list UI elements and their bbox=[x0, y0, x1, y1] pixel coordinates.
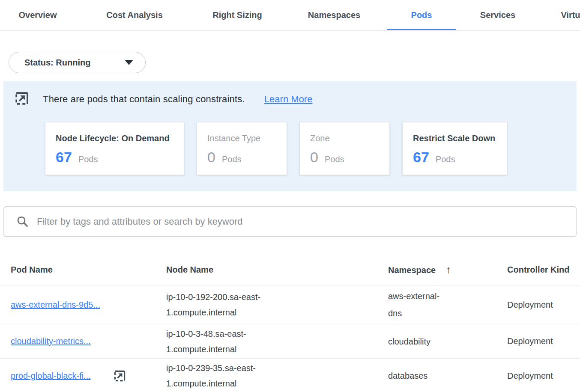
namespace-cell: databases bbox=[388, 367, 450, 384]
tab-virtual[interactable]: Virtu bbox=[540, 0, 580, 30]
node-name-cell: ip-10-0-3-48.sa-east-1.compute.internal bbox=[166, 326, 282, 357]
table-row: aws-external-dns-9d5... ip-10-0-192-200.… bbox=[0, 285, 580, 324]
card-restrict-scale-down[interactable]: Restrict Scale Down 67 Pods bbox=[402, 122, 507, 175]
tab-right-sizing[interactable]: Right Sizing bbox=[194, 0, 281, 30]
banner-message: There are pods that contain scaling cons… bbox=[43, 94, 245, 105]
pod-name-link[interactable]: cloudability-metrics... bbox=[11, 336, 91, 346]
scale-out-icon bbox=[14, 91, 30, 108]
filter-search-bar bbox=[3, 206, 577, 237]
sort-ascending-icon[interactable]: ↑ bbox=[446, 264, 451, 275]
namespace-cell: cloudability bbox=[388, 333, 450, 350]
card-unit: Pods bbox=[78, 154, 98, 164]
column-header-controller-kind[interactable]: Controller Kind bbox=[507, 265, 580, 275]
table-header-row: Pod Name Node Name Namespace↑ Controller… bbox=[0, 254, 580, 285]
learn-more-link[interactable]: Learn More bbox=[264, 94, 313, 105]
filter-row: Status: Running bbox=[0, 31, 580, 73]
table-row: cloudability-metrics... ip-10-0-3-48.sa-… bbox=[0, 324, 580, 359]
card-unit: Pods bbox=[325, 154, 344, 164]
tab-services[interactable]: Services bbox=[456, 0, 540, 30]
card-title: Instance Type bbox=[207, 134, 275, 143]
pod-name-link[interactable]: prod-global-black-fi... bbox=[11, 371, 91, 381]
node-name-cell: ip-10-0-192-200.sa-east-1.compute.intern… bbox=[166, 289, 282, 320]
chevron-down-icon bbox=[125, 60, 133, 65]
node-name-cell: ip-10-0-239-35.sa-east-1.compute.interna… bbox=[166, 360, 282, 391]
scale-out-icon bbox=[113, 369, 126, 383]
card-node-lifecycle[interactable]: Node Lifecycle: On Demand 67 Pods bbox=[45, 122, 184, 175]
card-unit: Pods bbox=[222, 154, 242, 164]
card-title: Node Lifecycle: On Demand bbox=[56, 134, 173, 143]
card-value: 67 bbox=[56, 149, 72, 166]
card-title: Zone bbox=[310, 134, 378, 143]
status-dropdown[interactable]: Status: Running bbox=[9, 52, 146, 73]
tab-cost-analysis[interactable]: Cost Analysis bbox=[75, 0, 194, 30]
column-header-namespace[interactable]: Namespace↑ bbox=[388, 264, 507, 276]
pods-table: Pod Name Node Name Namespace↑ Controller… bbox=[0, 254, 580, 392]
card-zone[interactable]: Zone 0 Pods bbox=[299, 122, 390, 175]
scaling-constraints-banner: There are pods that contain scaling cons… bbox=[3, 81, 577, 191]
card-instance-type[interactable]: Instance Type 0 Pods bbox=[197, 122, 287, 175]
column-header-label: Namespace bbox=[388, 265, 436, 275]
constraint-cards: Node Lifecycle: On Demand 67 Pods Instan… bbox=[45, 122, 568, 175]
column-header-pod-name[interactable]: Pod Name bbox=[11, 265, 166, 275]
search-icon bbox=[16, 215, 29, 228]
card-value: 0 bbox=[310, 149, 318, 166]
tab-pods[interactable]: Pods bbox=[387, 0, 456, 30]
table-row: prod-global-black-fi... ip-10-0-239-35.s… bbox=[0, 359, 580, 392]
controller-kind-cell: Deployment bbox=[507, 336, 580, 346]
tab-bar: Overview Cost Analysis Right Sizing Name… bbox=[0, 0, 580, 31]
card-unit: Pods bbox=[436, 154, 455, 164]
tab-overview[interactable]: Overview bbox=[0, 0, 75, 30]
controller-kind-cell: Deployment bbox=[507, 371, 580, 381]
card-title: Restrict Scale Down bbox=[413, 134, 496, 143]
card-value: 0 bbox=[207, 149, 215, 166]
column-header-node-name[interactable]: Node Name bbox=[166, 265, 388, 275]
search-input[interactable] bbox=[37, 216, 567, 227]
pod-name-link[interactable]: aws-external-dns-9d5... bbox=[11, 300, 100, 310]
card-value: 67 bbox=[413, 149, 429, 166]
namespace-cell: aws-external-dns bbox=[388, 288, 450, 322]
controller-kind-cell: Deployment bbox=[507, 300, 580, 310]
tab-namespaces[interactable]: Namespaces bbox=[281, 0, 387, 30]
status-dropdown-label: Status: Running bbox=[24, 58, 125, 68]
